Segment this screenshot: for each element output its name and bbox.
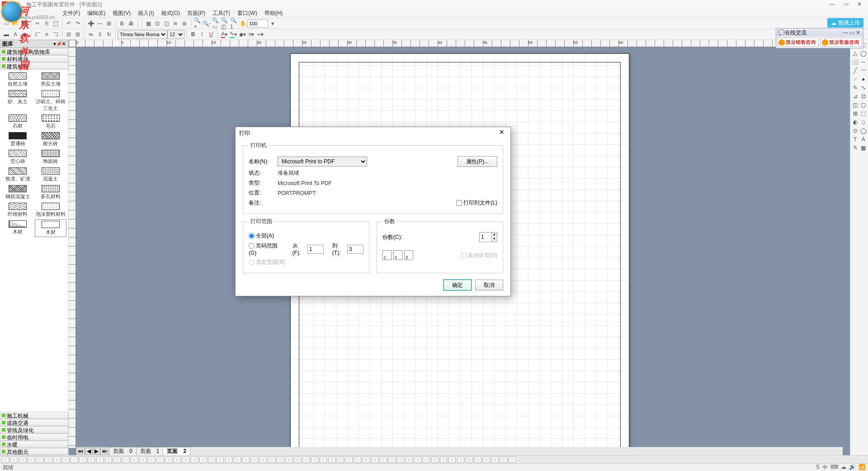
library-category[interactable]: 管线及绿化	[0, 426, 68, 433]
library-item[interactable]: 毛石	[35, 114, 67, 130]
grid-icon[interactable]: ▦	[144, 19, 152, 28]
symbol-button[interactable]: ▫	[491, 457, 499, 463]
symbol-button[interactable]: ▫	[191, 457, 198, 463]
tray-icon[interactable]: 📶	[859, 464, 865, 471]
symbol-button[interactable]: ▫	[337, 457, 344, 463]
align-icon[interactable]: ⫎	[52, 30, 60, 38]
align-icon[interactable]: ≡	[42, 30, 51, 38]
zoom-actual-icon[interactable]: 🔍1	[230, 19, 238, 28]
symbol-button[interactable]: ▫	[96, 457, 104, 463]
symbol-button[interactable]: ▫	[208, 457, 215, 463]
draw-tool-icon[interactable]: A	[859, 135, 867, 143]
draw-tool-icon[interactable]: ⬯	[859, 118, 867, 126]
symbol-button[interactable]: ▫	[345, 457, 353, 463]
symbol-button[interactable]: ▫	[277, 457, 284, 463]
redo-icon[interactable]: ↷	[74, 19, 82, 28]
draw-tool-icon[interactable]: ⊙	[851, 127, 859, 135]
tray-icon[interactable]: 🔊	[849, 464, 856, 471]
line-weight-icon[interactable]: ═▾	[256, 30, 264, 38]
library-item[interactable]: 钢筋混凝土	[2, 184, 34, 201]
undo-icon[interactable]: ↶	[65, 19, 73, 28]
draw-tool-icon[interactable]: ⊿	[851, 92, 859, 100]
symbol-button[interactable]: ▫	[174, 457, 181, 463]
symbol-button[interactable]: ▫	[320, 457, 327, 463]
draw-tool-icon[interactable]: ⊞	[851, 109, 859, 118]
upload-button[interactable]: ☁ 拖拽上传	[827, 18, 863, 28]
library-category[interactable]: 建筑物及构筑物库	[0, 48, 68, 55]
tray-icon[interactable]: ⌨	[830, 464, 838, 471]
properties-button[interactable]: 属性(P)...	[458, 156, 497, 167]
draw-tool-icon[interactable]: 〰	[859, 67, 867, 75]
tab-nav-button[interactable]: ⏭	[100, 447, 109, 455]
library-item[interactable]: 普通砖	[2, 131, 34, 148]
draw-tool-icon[interactable]: ⬚	[859, 109, 867, 118]
symbol-button[interactable]: ▫	[509, 457, 516, 463]
symbol-button[interactable]: ▫	[165, 457, 172, 463]
draw-tool-icon[interactable]: ◫	[851, 101, 859, 109]
collate-checkbox[interactable]: 自动分页(O)	[461, 252, 497, 259]
line-color-icon[interactable]: ▬	[2, 30, 10, 38]
symbol-button[interactable]: ▫	[431, 457, 439, 463]
symbol-button[interactable]: ▫	[105, 457, 112, 463]
snap-icon[interactable]: ⊡	[153, 19, 161, 28]
zoom-input[interactable]	[247, 19, 268, 28]
layer-icon[interactable]: ≣	[180, 19, 189, 28]
draw-tool-icon[interactable]: ⊡	[859, 92, 867, 100]
library-item[interactable]: 木材	[2, 219, 34, 237]
spin-up-icon[interactable]: ▲	[491, 233, 497, 237]
font-color-icon[interactable]: A▾	[220, 30, 228, 38]
maximize-icon[interactable]: ▭	[849, 29, 855, 36]
symbol-button[interactable]: ▫	[251, 457, 258, 463]
symbol-button[interactable]: ▫	[363, 457, 370, 463]
consult-service[interactable]: 筑业客服咨询	[821, 38, 862, 47]
library-category[interactable]: 材料堆场	[0, 55, 68, 62]
symbol-button[interactable]: ▫	[466, 457, 473, 463]
menu-item[interactable]: 帮助(H)	[261, 10, 287, 17]
crop-icon[interactable]: ◫	[162, 19, 170, 28]
pin-icon[interactable]: 📌	[56, 42, 61, 47]
page-tab[interactable]: 页面 0	[109, 447, 137, 455]
library-category[interactable]: 其他图元	[0, 448, 68, 455]
library-category[interactable]: 施工机械	[0, 412, 68, 419]
close-icon[interactable]: ✕	[497, 128, 507, 138]
draw-tool-icon[interactable]: △	[851, 49, 859, 57]
range-all-radio[interactable]: 全部(A)	[249, 232, 274, 240]
menu-item[interactable]: 格式(O)	[158, 10, 184, 17]
symbol-button[interactable]: ▫	[122, 457, 129, 463]
fill-icon[interactable]: ◆	[20, 30, 28, 38]
menu-item[interactable]: 文件(F)	[59, 10, 84, 17]
from-input[interactable]	[307, 245, 324, 254]
draw-tool-icon[interactable]: ⟋	[851, 75, 859, 83]
consult-sales[interactable]: 筑业销售咨询	[777, 38, 819, 47]
tab-nav-button[interactable]: ⏮	[76, 447, 85, 455]
draw-tool-icon[interactable]: ◯	[859, 49, 867, 57]
menu-item[interactable]: 页面(P)	[184, 10, 209, 17]
underline-icon[interactable]: U	[207, 30, 215, 38]
library-item[interactable]: 木材	[35, 219, 67, 237]
open-icon[interactable]: 📂	[11, 19, 19, 28]
library-item[interactable]: 多孔材料	[35, 184, 67, 201]
minimize-icon[interactable]: —	[842, 29, 849, 36]
group-icon[interactable]: ⊟	[65, 30, 73, 38]
symbol-button[interactable]: ▫	[199, 457, 207, 463]
symbol-button[interactable]: ▫	[139, 457, 146, 463]
minimize-button[interactable]: —	[826, 0, 839, 9]
symbol-button[interactable]: ▫	[156, 457, 164, 463]
cut-icon[interactable]: ✂	[33, 19, 42, 28]
tray-icon[interactable]: S	[816, 464, 820, 471]
flip-icon[interactable]: ⇋	[87, 30, 95, 38]
symbol-button[interactable]: ▫	[88, 457, 95, 463]
draw-tool-icon[interactable]: ▦	[859, 144, 867, 152]
copy-icon[interactable]: ⎘	[42, 19, 51, 28]
symbol-button[interactable]: ▫	[388, 457, 396, 463]
italic-icon[interactable]: I	[198, 30, 206, 38]
bold-icon[interactable]: B	[189, 30, 197, 38]
menu-item[interactable]: 插入(I)	[134, 10, 157, 17]
close-button[interactable]: ✕	[853, 0, 866, 9]
symbol-button[interactable]: ▫	[371, 457, 378, 463]
tab-nav-button[interactable]: ◀	[85, 447, 93, 455]
symbol-button[interactable]: ▫	[217, 457, 224, 463]
library-item[interactable]: 纤维材料	[2, 202, 34, 219]
draw-tool-icon[interactable]: ▢	[859, 101, 867, 109]
symbol-button[interactable]: ▫	[53, 457, 61, 463]
